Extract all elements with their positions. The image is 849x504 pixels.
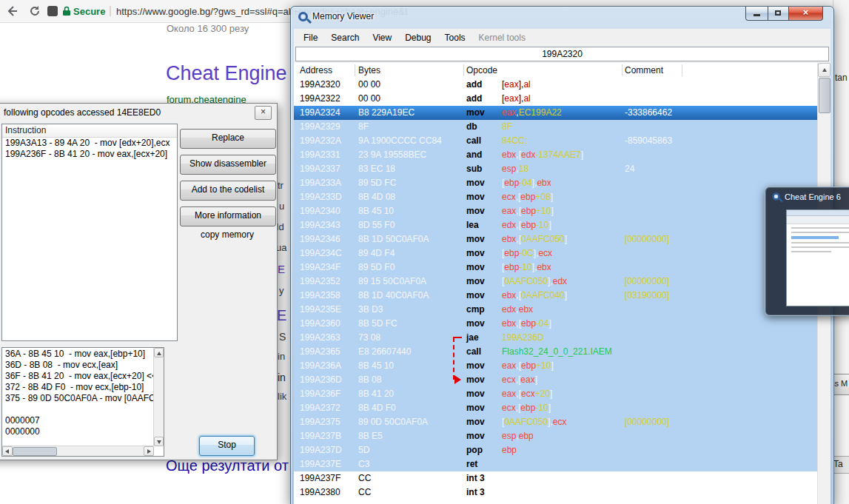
- scroll-left-icon[interactable]: [2, 446, 13, 456]
- table-row[interactable]: 199A2380CCint 3: [294, 485, 817, 500]
- show-disassembler-button[interactable]: Show disassembler: [180, 155, 276, 175]
- table-row[interactable]: 199A2365E8 26607440callFlash32_24_0_0_22…: [294, 345, 817, 359]
- menu-item-debug[interactable]: Debug: [398, 30, 437, 45]
- table-row[interactable]: 199A236F8B 41 20moveax,[ecx+20]: [294, 387, 817, 401]
- table-row[interactable]: 199A235289 15 50C0AF0Amov[0AAFC050],edx[…: [294, 275, 817, 289]
- detail-list[interactable]: 36A - 8B 45 10 - mov eax,[ebp+10]36D - 8…: [1, 347, 164, 457]
- table-row[interactable]: 199A23608B 5D FCmovebx,[ebp-04]: [294, 317, 817, 331]
- table-row[interactable]: 199A232000 00add[eax],al: [294, 78, 817, 92]
- replace-button[interactable]: Replace: [180, 129, 276, 149]
- col-bytes[interactable]: Bytes: [358, 65, 380, 75]
- strip-button-fragment[interactable]: ss M: [833, 374, 849, 395]
- table-row[interactable]: 199A236A8B 45 10moveax,[ebp+10]: [294, 359, 817, 373]
- dialog-title: following opcodes accessed 14EE8ED0: [4, 107, 161, 118]
- table-row[interactable]: 199A23298Fdb8F: [294, 120, 817, 134]
- page-fragment: E: [278, 263, 285, 275]
- vertical-scrollbar[interactable]: [153, 348, 164, 446]
- list-item[interactable]: 372 - 8B 4D F0 - mov ecx,[ebp-10]: [2, 382, 153, 393]
- list-item[interactable]: 375 - 89 0D 50C0AF0A - mov [0AAFC050]: [2, 393, 153, 404]
- list-item[interactable]: 36A - 8B 45 10 - mov eax,[ebp+10]: [2, 349, 153, 360]
- list-item[interactable]: 0000007: [2, 415, 153, 426]
- scrollbar-thumb[interactable]: [819, 78, 830, 113]
- table-row[interactable]: 199A233A89 5D FCmov[ebp-04],ebx: [294, 176, 817, 190]
- scroll-up-icon[interactable]: [818, 63, 830, 77]
- table-row[interactable]: 199A237589 0D 50C0AF0Amov[0AAFC050],ecx[…: [294, 415, 817, 429]
- page-fragment: E: [277, 307, 286, 324]
- table-row[interactable]: 199A232200 00add[eax],al: [294, 92, 817, 106]
- title-bar[interactable]: Memory Viewer: [298, 11, 374, 21]
- table-row[interactable]: 199A233D8B 4D 08movecx,[ebp+08]: [294, 190, 817, 204]
- memory-viewer-client: FileSearchViewDebugToolsKernel tools Add…: [294, 29, 830, 504]
- table-row[interactable]: 199A233783 EC 18subesp,1824: [294, 162, 817, 176]
- column-header[interactable]: Address Bytes Opcode Comment: [294, 63, 817, 78]
- url-separator: |: [109, 4, 112, 16]
- cheat-engine-icon: [298, 12, 308, 21]
- page-fragment: u: [279, 201, 284, 212]
- page-fragment: ua: [276, 242, 286, 253]
- close-button[interactable]: ×: [788, 7, 823, 21]
- table-row[interactable]: 199A237D5Dpopebp: [294, 443, 817, 457]
- col-address[interactable]: Address: [300, 65, 332, 75]
- add-to-codelist-button[interactable]: Add to the codelist: [180, 181, 276, 201]
- strip-text-fragment: tan: [835, 73, 848, 83]
- close-icon[interactable]: ×: [255, 106, 272, 120]
- table-row[interactable]: 199A237FCCint 3: [294, 471, 817, 485]
- table-row[interactable]: 199A23728B 4D F0movecx,[ebp-10]: [294, 401, 817, 415]
- table-row[interactable]: 199A234F89 5D F0mov[ebp-10],ebx: [294, 261, 817, 275]
- jump-line: [453, 337, 454, 380]
- instruction-list[interactable]: Instruction 199A3A13 - 89 4A 20 - mov [e…: [1, 124, 178, 341]
- list-item[interactable]: 0000000: [2, 426, 153, 437]
- opcode-accessed-dialog: following opcodes accessed 14EE8ED0 × In…: [0, 103, 278, 460]
- menu-bar: FileSearchViewDebugToolsKernel tools: [297, 30, 830, 45]
- jump-target-arrow-icon: [454, 375, 461, 384]
- menu-item-tools[interactable]: Tools: [438, 30, 472, 45]
- strip-taskbar-fragment[interactable]: Ta: [833, 456, 849, 474]
- memory-viewer-window: Memory Viewer × FileSearchViewDebugTools…: [290, 6, 834, 504]
- table-row[interactable]: 199A232A9A 1900CCCC CC84call84CC:-859045…: [294, 134, 817, 148]
- table-row[interactable]: 199A237B8B E5movesp,ebp: [294, 429, 817, 443]
- reload-icon[interactable]: [28, 4, 41, 21]
- result-link-title[interactable]: Cheat Engine: [166, 62, 287, 85]
- instruction-list-header: Instruction: [2, 124, 177, 138]
- table-row[interactable]: 199A2324B8 229A19ECmoveax,EC199A22-33386…: [294, 106, 817, 120]
- table-row[interactable]: 199A236373 08jae199A236D: [294, 331, 817, 345]
- hscroll-thumb[interactable]: [13, 447, 57, 456]
- menu-item-file[interactable]: File: [297, 30, 324, 45]
- col-comment[interactable]: Comment: [625, 65, 663, 75]
- table-row[interactable]: 199A23588B 1D 40C0AF0Amovebx,[0AAFC040][…: [294, 289, 817, 303]
- cheat-engine-icon: [772, 192, 779, 200]
- list-item[interactable]: 199A3A13 - 89 4A 20 - mov [edx+20],ecx: [2, 138, 177, 149]
- table-row[interactable]: 199A235E3B D3cmpedx,ebx: [294, 303, 817, 317]
- taskbar-thumbnail-preview[interactable]: Cheat Engine 6: [765, 187, 849, 316]
- menu-item-kernel-tools[interactable]: Kernel tools: [472, 30, 532, 45]
- stop-button[interactable]: Stop: [199, 436, 255, 456]
- address-input[interactable]: [295, 47, 829, 61]
- minimize-button[interactable]: [745, 7, 768, 21]
- page-fragment: lik: [278, 391, 286, 402]
- table-row[interactable]: 199A233123 9A 19558BECandebx,[edx-1374AA…: [294, 148, 817, 162]
- results-count: Около 16 300 резу: [167, 23, 249, 34]
- col-opcode[interactable]: Opcode: [466, 65, 497, 75]
- table-row[interactable]: 199A234C89 4D F4mov[ebp-0C],ecx: [294, 246, 817, 261]
- table-row[interactable]: 199A236D8B 08movecx,[eax]: [294, 373, 817, 387]
- list-item[interactable]: 36F - 8B 41 20 - mov eax,[ecx+20] <<: [2, 371, 153, 382]
- menu-item-search[interactable]: Search: [324, 30, 366, 45]
- maximize-button[interactable]: [768, 7, 788, 21]
- more-information-button[interactable]: More information: [180, 206, 276, 226]
- list-item[interactable]: [2, 404, 153, 415]
- back-icon[interactable]: [6, 4, 19, 21]
- list-item[interactable]: 36D - 8B 08 - mov ecx,[eax]: [2, 360, 153, 371]
- secure-label: Secure: [73, 6, 105, 17]
- table-row[interactable]: 199A23438D 55 F0leaedx,[ebp-10]: [294, 218, 817, 232]
- table-row[interactable]: 199A237EC3ret: [294, 457, 817, 471]
- scroll-right-icon[interactable]: [144, 446, 154, 456]
- menu-item-view[interactable]: View: [366, 30, 398, 45]
- scroll-up-icon[interactable]: [154, 348, 164, 357]
- scroll-down-icon[interactable]: [154, 437, 164, 446]
- horizontal-scrollbar[interactable]: [2, 446, 154, 456]
- list-item[interactable]: 199A236F - 8B 41 20 - mov eax,[ecx+20]: [2, 149, 177, 160]
- table-row[interactable]: 199A23468B 1D 50C0AF0Amovebx,[0AAFC050][…: [294, 232, 817, 246]
- lock-icon[interactable]: [62, 6, 71, 19]
- page-fragment: tr: [278, 180, 283, 191]
- table-row[interactable]: 199A23408B 45 10moveax,[ebp+10]: [294, 204, 817, 218]
